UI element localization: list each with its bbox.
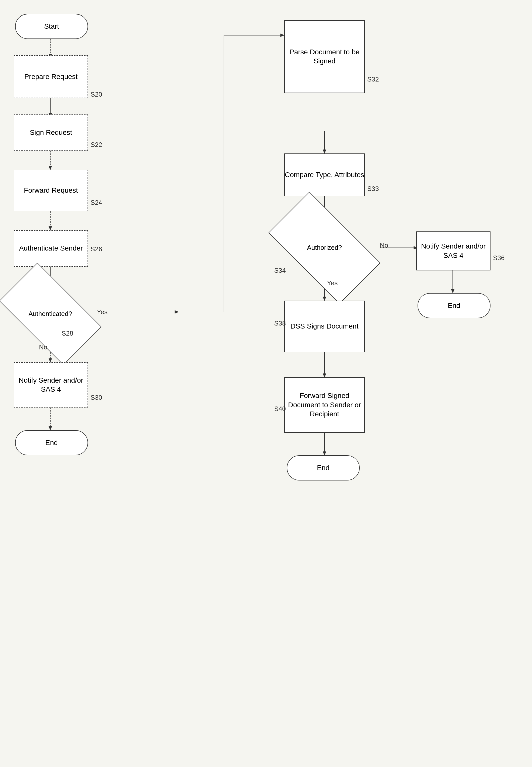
authorized-label: Authorized? [307, 244, 342, 252]
end-left-bottom-label: End [45, 439, 58, 447]
svg-marker-15 [49, 426, 52, 430]
svg-marker-33 [323, 452, 326, 455]
forward-request-label: Forward Request [24, 186, 78, 195]
compare-type-label: Compare Type, Attributes [285, 170, 364, 179]
yes-label-left: Yes [97, 308, 107, 316]
authenticate-sender-box: Authenticate Sender [14, 230, 88, 267]
svg-marker-13 [49, 358, 52, 362]
start-node: Start [15, 14, 88, 39]
svg-marker-19 [280, 34, 284, 37]
no-label-left: No [39, 343, 47, 351]
svg-marker-5 [49, 166, 52, 170]
notify-sender-left-box: Notify Sender and/or SAS 4 [14, 362, 88, 408]
s24-label: S24 [91, 199, 102, 207]
svg-marker-7 [49, 226, 52, 230]
notify-sender-right-label: Notify Sender and/or SAS 4 [417, 242, 490, 260]
end-left-bottom: End [15, 430, 88, 455]
end-right-top: End [418, 293, 490, 318]
prepare-request-label: Prepare Request [24, 72, 78, 81]
s38-label: S38 [274, 319, 286, 327]
svg-marker-21 [323, 150, 326, 153]
end-right-bottom-label: End [317, 464, 330, 472]
svg-marker-31 [323, 374, 326, 377]
svg-marker-29 [451, 289, 454, 293]
s34-label: S34 [274, 267, 286, 274]
s32-label: S32 [367, 75, 379, 83]
s33-label: S33 [367, 185, 379, 193]
forward-request-box: Forward Request [14, 170, 88, 211]
forward-signed-box: Forward Signed Document to Sender or Rec… [284, 377, 365, 433]
s22-label: S22 [91, 141, 102, 149]
start-label: Start [44, 22, 59, 30]
dss-signs-box: DSS Signs Document [284, 301, 365, 352]
prepare-request-box: Prepare Request [14, 55, 88, 98]
notify-sender-left-label: Notify Sender and/or SAS 4 [14, 376, 88, 394]
end-right-top-label: End [448, 302, 460, 310]
notify-sender-right-box: Notify Sender and/or SAS 4 [416, 231, 490, 270]
authenticate-sender-label: Authenticate Sender [19, 244, 83, 253]
s26-label: S26 [91, 245, 102, 253]
s36-label: S36 [493, 254, 505, 262]
svg-marker-27 [323, 297, 326, 301]
sign-request-label: Sign Request [30, 128, 72, 137]
svg-marker-11 [175, 310, 179, 313]
s28-label: S28 [62, 330, 73, 337]
sign-request-box: Sign Request [14, 114, 88, 151]
no-label-right: No [380, 241, 388, 249]
dss-signs-label: DSS Signs Document [291, 322, 359, 331]
yes-label-right: Yes [327, 279, 338, 287]
authenticated-diamond: Authenticated? [5, 287, 96, 341]
forward-signed-label: Forward Signed Document to Sender or Rec… [285, 391, 364, 419]
end-right-bottom: End [287, 455, 360, 480]
parse-document-label: Parse Document to be Signed [285, 48, 364, 66]
compare-type-box: Compare Type, Attributes [284, 153, 365, 196]
s20-label: S20 [91, 91, 102, 98]
parse-document-box: Parse Document to be Signed [284, 20, 365, 93]
authenticated-label: Authenticated? [28, 310, 72, 318]
s40-label: S40 [274, 405, 286, 413]
s30-label: S30 [91, 394, 102, 401]
authorized-diamond: Authorized? [274, 219, 375, 277]
